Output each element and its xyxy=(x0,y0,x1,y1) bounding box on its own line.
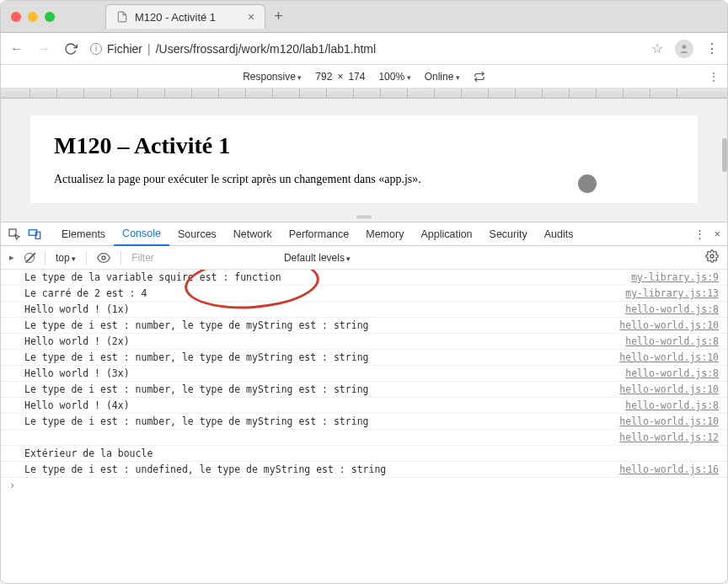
url-bar: ← → i Fichier | /Users/frossardj/work/m1… xyxy=(1,33,727,65)
page-circle-icon xyxy=(578,174,597,193)
console-message: Le type de i est : undefined, le type de… xyxy=(24,463,619,475)
toggle-device-icon[interactable] xyxy=(28,228,41,241)
filter-input[interactable]: Filter xyxy=(131,252,154,264)
forward-button[interactable]: → xyxy=(36,41,51,56)
console-message: Hello world ! (3x) xyxy=(24,367,625,379)
console-source-link[interactable]: hello-world.js:8 xyxy=(625,399,719,411)
address-bar[interactable]: i Fichier | /Users/frossardj/work/m120/l… xyxy=(90,42,640,56)
browser-tab[interactable]: M120 - Activité 1 × xyxy=(105,4,265,29)
reload-button[interactable] xyxy=(63,41,78,56)
console-toolbar: ▸ top Filter Default levels xyxy=(1,246,727,270)
console-output: Le type de la variable squire est : func… xyxy=(1,270,727,583)
rotate-icon[interactable] xyxy=(474,71,485,83)
console-source-link[interactable]: hello-world.js:10 xyxy=(619,383,719,395)
url-path: /Users/frossardj/work/m120/lab1/lab1.htm… xyxy=(156,42,376,56)
console-message: Hello world ! (4x) xyxy=(24,399,625,411)
devtools-close-button[interactable]: × xyxy=(714,228,720,240)
zoom-select[interactable]: 100% xyxy=(378,71,410,83)
throttle-select[interactable]: Online xyxy=(425,71,460,83)
devtools-drag-handle[interactable]: ══ xyxy=(1,212,727,222)
window-controls xyxy=(11,12,55,22)
bookmark-button[interactable]: ☆ xyxy=(651,40,663,56)
console-source-link[interactable]: hello-world.js:8 xyxy=(625,335,719,347)
console-row: Le type de i est : number, le type de my… xyxy=(1,318,727,334)
console-row: Le type de i est : undefined, le type de… xyxy=(1,462,727,478)
console-row: Le carré de 2 est : 4my-library.js:13 xyxy=(1,286,727,302)
profile-button[interactable] xyxy=(675,40,693,58)
devtools-tab-application[interactable]: Application xyxy=(412,222,480,246)
console-row: Hello world ! (3x)hello-world.js:8 xyxy=(1,366,727,382)
context-selector[interactable]: top xyxy=(56,252,76,264)
devtools-tab-sources[interactable]: Sources xyxy=(169,222,225,246)
console-source-link[interactable]: hello-world.js:10 xyxy=(619,319,719,331)
ruler xyxy=(1,88,727,99)
viewport-area: M120 – Activité 1 Actualisez la page pou… xyxy=(1,88,727,222)
console-source-link[interactable]: hello-world.js:10 xyxy=(619,351,719,363)
viewport-width-input[interactable]: 792 xyxy=(315,71,332,83)
live-expression-icon[interactable] xyxy=(97,251,110,265)
device-toolbar: Responsive 792 × 174 100% Online ⋮ xyxy=(1,65,727,88)
browser-window: M120 - Activité 1 × + ← → i Fichier | /U… xyxy=(0,0,728,584)
devtools-tab-console[interactable]: Console xyxy=(114,222,169,246)
devtools-tab-elements[interactable]: Elements xyxy=(53,222,114,246)
viewport-height-input[interactable]: 174 xyxy=(348,71,365,83)
devtools-tab-memory[interactable]: Memory xyxy=(357,222,412,246)
svg-point-5 xyxy=(710,254,714,258)
console-message: Extérieur de la boucle xyxy=(24,447,719,459)
page-favicon-icon xyxy=(116,11,128,23)
close-window-button[interactable] xyxy=(11,12,21,22)
console-source-link[interactable]: hello-world.js:16 xyxy=(619,463,719,475)
console-row: Hello world ! (2x)hello-world.js:8 xyxy=(1,334,727,350)
back-button[interactable]: ← xyxy=(9,41,24,56)
console-message: Le type de i est : number, le type de my… xyxy=(24,319,619,331)
console-row: hello-world.js:12 xyxy=(1,430,727,446)
devtools-tab-security[interactable]: Security xyxy=(481,222,536,246)
console-message: Le carré de 2 est : 4 xyxy=(24,287,625,299)
log-levels-select[interactable]: Default levels xyxy=(284,252,351,264)
page-heading: M120 – Activité 1 xyxy=(54,132,674,159)
console-row: Le type de i est : number, le type de my… xyxy=(1,382,727,398)
devtools-tab-performance[interactable]: Performance xyxy=(281,222,358,246)
inspect-element-icon[interactable] xyxy=(8,228,21,241)
console-source-link[interactable]: hello-world.js:8 xyxy=(625,303,719,315)
rendered-page: M120 – Activité 1 Actualisez la page pou… xyxy=(30,115,698,203)
console-row: Le type de i est : number, le type de my… xyxy=(1,350,727,366)
console-message: Le type de i est : number, le type de my… xyxy=(24,383,619,395)
devtools-tab-audits[interactable]: Audits xyxy=(536,222,582,246)
clear-console-button[interactable] xyxy=(24,253,35,263)
devtools-panel: ElementsConsoleSourcesNetworkPerformance… xyxy=(1,222,727,583)
console-row: Le type de la variable squire est : func… xyxy=(1,270,727,286)
svg-point-0 xyxy=(682,45,687,49)
resize-handle[interactable] xyxy=(722,138,727,172)
console-row: Hello world ! (1x)hello-world.js:8 xyxy=(1,302,727,318)
close-tab-button[interactable]: × xyxy=(248,10,254,24)
device-mode-select[interactable]: Responsive xyxy=(243,71,302,83)
url-divider: | xyxy=(147,42,151,56)
console-source-link[interactable]: my-library.js:13 xyxy=(625,287,719,299)
console-message xyxy=(24,431,619,443)
minimize-window-button[interactable] xyxy=(28,12,38,22)
console-row: Le type de i est : number, le type de my… xyxy=(1,414,727,430)
console-sidebar-toggle[interactable]: ▸ xyxy=(9,252,14,263)
console-source-link[interactable]: hello-world.js:8 xyxy=(625,367,719,379)
devtools-tabbar: ElementsConsoleSourcesNetworkPerformance… xyxy=(1,222,727,246)
dim-separator: × xyxy=(337,71,343,83)
console-row: Hello world ! (4x)hello-world.js:8 xyxy=(1,398,727,414)
console-settings-button[interactable] xyxy=(705,249,719,265)
console-message: Le type de la variable squire est : func… xyxy=(24,271,631,283)
new-tab-button[interactable]: + xyxy=(274,8,283,25)
device-menu-button[interactable]: ⋮ xyxy=(709,71,719,83)
devtools-menu-button[interactable]: ⋮ xyxy=(694,228,705,240)
console-message: Hello world ! (1x) xyxy=(24,303,625,315)
console-message: Le type de i est : number, le type de my… xyxy=(24,415,619,427)
browser-menu-button[interactable]: ⋮ xyxy=(705,40,719,56)
maximize-window-button[interactable] xyxy=(45,12,55,22)
console-row: Extérieur de la boucle xyxy=(1,446,727,462)
console-source-link[interactable]: hello-world.js:12 xyxy=(619,431,719,443)
site-info-icon[interactable]: i xyxy=(90,43,102,55)
console-prompt[interactable]: › xyxy=(1,478,727,493)
console-message: Hello world ! (2x) xyxy=(24,335,625,347)
console-source-link[interactable]: hello-world.js:10 xyxy=(619,415,719,427)
devtools-tab-network[interactable]: Network xyxy=(225,222,281,246)
console-source-link[interactable]: my-library.js:9 xyxy=(631,271,719,283)
